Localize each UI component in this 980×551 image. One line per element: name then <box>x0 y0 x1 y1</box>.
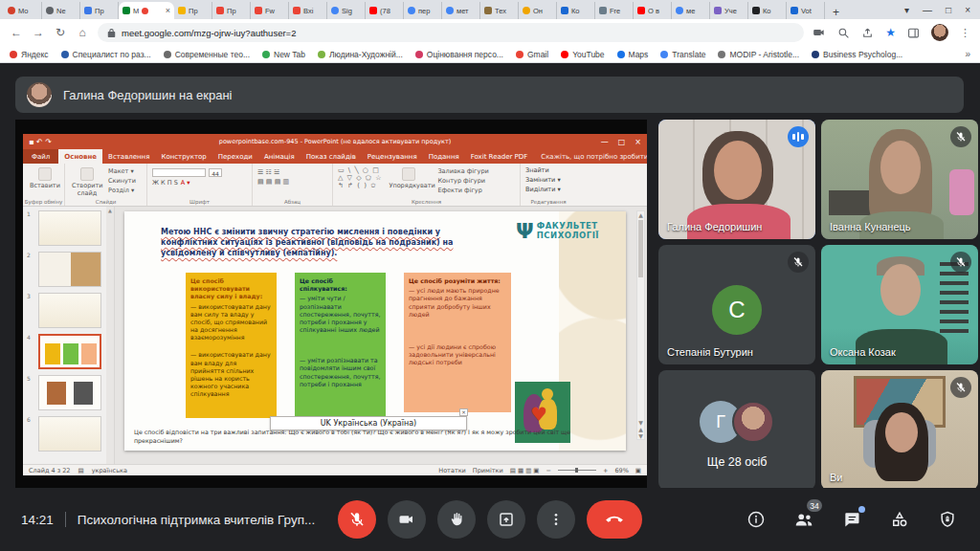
zoom-slider[interactable] <box>558 470 596 471</box>
slide-thumbnail[interactable]: 6 <box>23 414 114 455</box>
arrange-button[interactable]: Упорядкувати <box>389 167 429 195</box>
home-icon[interactable]: ⌂ <box>76 26 89 39</box>
ppt-tab-foxit[interactable]: Foxit Reader PDF <box>465 149 534 164</box>
section-button[interactable]: Розділ ▾ <box>108 187 136 196</box>
language-bar[interactable]: UK Українська (Україна) × <box>270 416 467 430</box>
browser-tab[interactable]: Уче <box>710 2 748 19</box>
close-button[interactable]: × <box>965 5 970 15</box>
activities-button[interactable] <box>888 508 911 531</box>
camera-button[interactable] <box>388 500 426 539</box>
bookmarks-overflow-icon[interactable]: » <box>965 49 970 59</box>
participant-tile-overflow[interactable]: Г Ще 28 осіб <box>658 370 815 488</box>
participant-tile-ivanna[interactable]: Іванна Кунанець <box>821 120 978 239</box>
fit-slide-button[interactable]: ▣ <box>635 467 641 474</box>
ppt-tell-me-box[interactable]: Скажіть, що потрібно зробити... <box>533 149 647 164</box>
browser-tab[interactable]: Он <box>519 2 557 19</box>
ppt-tab-design[interactable]: Конструктор <box>155 149 212 164</box>
tab-search-icon[interactable]: ▾ <box>904 5 909 15</box>
ppt-tab-home[interactable]: Основне <box>58 149 102 164</box>
back-icon[interactable]: ← <box>10 26 23 39</box>
select-button[interactable]: Виділити ▾ <box>525 186 571 195</box>
paste-button[interactable]: Вставити <box>30 167 60 189</box>
browser-tab[interactable]: Пр <box>174 2 212 19</box>
info-button[interactable] <box>745 508 768 531</box>
browser-tab[interactable]: Тех <box>480 2 519 19</box>
browser-tab-active-meet[interactable]: М× <box>119 2 174 19</box>
zoom-page-icon[interactable] <box>837 27 850 39</box>
bookmark-item[interactable]: Специалист по раз... <box>61 50 151 59</box>
font-name-select[interactable] <box>152 168 206 177</box>
ppt-tab-review[interactable]: Рецензування <box>362 149 423 164</box>
ppt-tab-view[interactable]: Подання <box>423 149 465 164</box>
find-button[interactable]: Знайти <box>525 166 571 176</box>
bookmark-item[interactable]: Современные тео... <box>164 50 250 59</box>
browser-tab[interactable]: Вхі <box>289 2 327 19</box>
ppt-maximize-button[interactable]: □ <box>618 138 626 146</box>
slide-thumbnail-active[interactable]: 4 <box>23 332 114 373</box>
tab-close-icon[interactable]: × <box>166 6 170 15</box>
ppt-tab-file[interactable]: Файл <box>23 149 58 164</box>
comments-button[interactable]: Примітки <box>473 467 503 474</box>
people-button[interactable]: 34 <box>792 508 815 531</box>
forward-icon[interactable]: → <box>32 26 45 39</box>
new-tab-button[interactable]: + <box>825 6 847 19</box>
browser-tab[interactable]: Пр <box>80 2 119 19</box>
shape-effects-button[interactable]: Ефекти фігур <box>437 187 488 196</box>
browser-tab[interactable]: Vot <box>787 2 825 19</box>
browser-tab[interactable]: Мо <box>4 2 42 19</box>
chat-button[interactable] <box>840 508 863 531</box>
present-button[interactable] <box>487 500 525 539</box>
reset-button[interactable]: Скинути <box>108 177 136 187</box>
notes-button[interactable]: Нотатки <box>438 467 466 474</box>
bookmark-item[interactable]: Translate <box>660 50 705 59</box>
participant-tile-galina[interactable]: Галина Федоришин <box>658 120 815 239</box>
camera-share-icon[interactable] <box>813 26 826 39</box>
browser-tab[interactable]: Fre <box>595 2 634 19</box>
spellcheck-icon[interactable]: ▤ <box>78 467 83 474</box>
language-label[interactable]: українська <box>92 467 127 474</box>
bookmark-item[interactable]: Яндекс <box>10 50 49 59</box>
browser-tab[interactable]: ме <box>672 2 710 19</box>
browser-tab[interactable]: (78 <box>366 2 404 19</box>
browser-tab[interactable]: мет <box>442 2 480 19</box>
bookmark-item[interactable]: MODIP - Aristotle... <box>718 50 799 59</box>
browser-tab[interactable]: Ne <box>42 2 80 19</box>
browser-tab[interactable]: Пр <box>212 2 251 19</box>
share-icon[interactable] <box>861 27 874 39</box>
zoom-percent[interactable]: 69% <box>614 467 628 474</box>
ppt-tab-insert[interactable]: Вставлення <box>102 149 155 164</box>
maximize-button[interactable]: □ <box>946 5 951 15</box>
layout-button[interactable]: Макет ▾ <box>108 167 136 177</box>
ppt-minimize-button[interactable]: — <box>601 138 609 146</box>
minimize-button[interactable]: — <box>923 5 932 15</box>
font-size-select[interactable]: 44 <box>209 168 222 177</box>
participant-tile-oksana[interactable]: Оксана Козак <box>821 245 978 364</box>
ppt-tab-transitions[interactable]: Переходи <box>212 149 258 164</box>
raise-hand-button[interactable] <box>437 500 476 539</box>
thumbnail-scrollbar[interactable]: ▲ <box>106 207 114 464</box>
replace-button[interactable]: Замінити ▾ <box>525 176 571 186</box>
participant-tile-stepania[interactable]: С Степанія Бутурин <box>658 245 815 364</box>
font-style-buttons[interactable]: Ж К П S <box>152 179 178 187</box>
shapes-gallery[interactable]: ▭ \ ╲ ○ □△ ▽ ◇ ⬠ ☆↰ ↱ ( ) ✩ <box>338 166 382 196</box>
browser-tab[interactable]: Sig <box>327 2 366 19</box>
ppt-quick-access-toolbar[interactable]: ▪ ↶ ↷ <box>29 138 52 146</box>
shape-fill-button[interactable]: Заливка фігури <box>437 167 488 177</box>
slide-vertical-scrollbar[interactable]: ▲▼▲▼ <box>636 210 645 440</box>
slide-thumbnail[interactable]: 3 <box>23 291 114 332</box>
zoom-in-button[interactable]: + <box>603 467 608 474</box>
browser-tab[interactable]: Ко <box>748 2 787 19</box>
bookmark-item[interactable]: Оцінювання персо... <box>415 50 503 59</box>
ppt-tab-slideshow[interactable]: Показ слайдів <box>301 149 362 164</box>
bookmark-star-icon[interactable]: ★ <box>885 26 896 39</box>
list-buttons[interactable]: ☰ ☷ ☱ <box>257 168 279 176</box>
more-options-button[interactable] <box>537 500 575 539</box>
profile-avatar[interactable] <box>931 24 948 41</box>
browser-tab[interactable]: О в <box>634 2 672 19</box>
view-buttons[interactable]: ▤ ▦ ▥ ▣ <box>510 467 540 474</box>
bookmark-item[interactable]: Gmail <box>516 50 548 59</box>
zoom-out-button[interactable]: − <box>546 467 550 474</box>
font-color-button[interactable]: A ▾ <box>181 179 190 187</box>
ppt-tab-animations[interactable]: Анімація <box>258 149 301 164</box>
reload-icon[interactable]: ↻ <box>54 26 67 39</box>
